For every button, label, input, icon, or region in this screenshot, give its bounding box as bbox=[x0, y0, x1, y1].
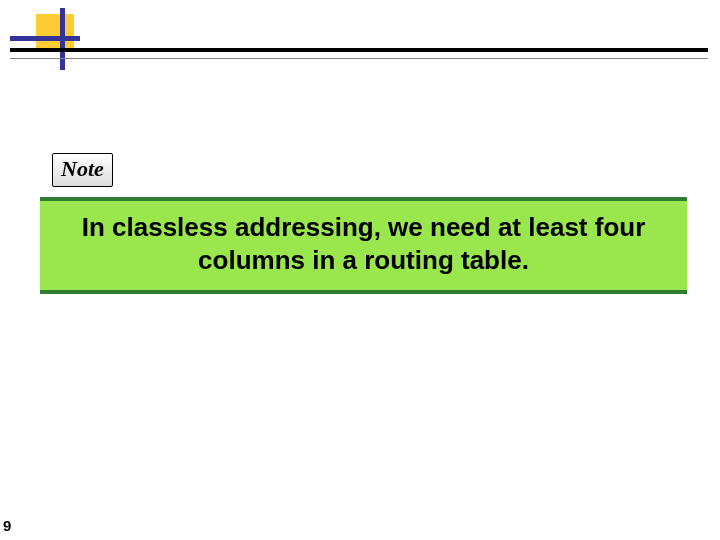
note-banner: In classless addressing, we need at leas… bbox=[40, 197, 687, 294]
header-accent-bar-vertical bbox=[60, 8, 65, 70]
header-accent-bar-horizontal bbox=[10, 36, 80, 41]
slide: Note In classless addressing, we need at… bbox=[0, 0, 720, 540]
page-number: 9 bbox=[3, 517, 11, 534]
note-label: Note bbox=[52, 153, 113, 187]
header-rule-thick bbox=[10, 48, 708, 52]
header-rule-thin bbox=[10, 58, 708, 59]
note-text: In classless addressing, we need at leas… bbox=[46, 211, 681, 276]
header-accent-square bbox=[36, 14, 74, 52]
